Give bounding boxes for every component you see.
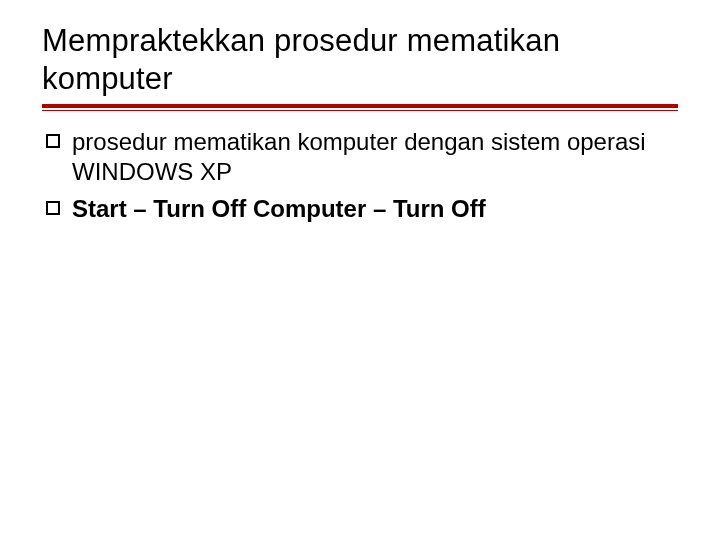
bullet-text: Start – Turn Off Computer – Turn Off <box>72 194 486 225</box>
bullet-text: prosedur mematikan komputer dengan siste… <box>72 127 678 188</box>
title-rule-thin <box>42 110 678 111</box>
square-bullet-icon <box>46 201 60 215</box>
list-item: Start – Turn Off Computer – Turn Off <box>46 194 678 225</box>
square-bullet-icon <box>46 134 60 148</box>
content-area: prosedur mematikan komputer dengan siste… <box>42 127 678 225</box>
title-rule-thick <box>42 104 678 108</box>
list-item: prosedur mematikan komputer dengan siste… <box>46 127 678 188</box>
slide: Mempraktekkan prosedur mematikan kompute… <box>0 0 720 225</box>
title-block: Mempraktekkan prosedur mematikan kompute… <box>42 22 678 111</box>
slide-title: Mempraktekkan prosedur mematikan kompute… <box>42 22 678 98</box>
